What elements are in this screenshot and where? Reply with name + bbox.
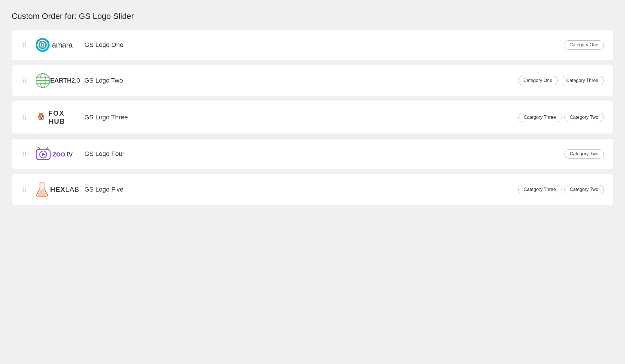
- svg-point-44: [25, 155, 26, 156]
- svg-point-38: [41, 118, 42, 119]
- drag-handle-icon[interactable]: [21, 151, 28, 157]
- svg-point-40: [25, 152, 26, 153]
- category-list: Category One Category Three: [518, 76, 604, 85]
- drag-handle-icon[interactable]: [21, 114, 28, 121]
- logo-name: GS Logo Four: [84, 150, 556, 158]
- logo-name: GS Logo Five: [84, 186, 510, 193]
- svg-point-28: [25, 117, 26, 118]
- svg-point-17: [25, 80, 26, 81]
- logo-text-zoo: zoo: [52, 150, 65, 159]
- logo-text-fox: FOX HUB: [48, 109, 76, 125]
- svg-point-1: [25, 43, 26, 44]
- category-list: Category Three Category Two: [518, 185, 604, 194]
- svg-point-10: [42, 40, 43, 41]
- logo-image: amara: [36, 38, 76, 52]
- svg-point-55: [25, 191, 26, 192]
- logo-image: FOX HUB: [36, 109, 76, 125]
- svg-point-14: [23, 78, 24, 79]
- drag-handle-icon[interactable]: [21, 42, 28, 48]
- logo-text-hexlab: HEXLAB: [50, 185, 79, 194]
- logo-image: zootv: [36, 147, 76, 161]
- svg-point-4: [23, 46, 24, 47]
- svg-point-36: [39, 116, 40, 117]
- svg-point-43: [23, 155, 24, 156]
- category-tag: Category One: [564, 40, 604, 50]
- logo-name: GS Logo Two: [84, 77, 510, 84]
- svg-point-25: [23, 115, 24, 116]
- svg-point-37: [42, 116, 43, 117]
- category-list: Category Two: [564, 149, 604, 159]
- svg-point-16: [23, 80, 24, 81]
- drag-handle-icon[interactable]: [21, 186, 28, 193]
- svg-point-50: [23, 187, 24, 188]
- logo-list: amara GS Logo One Category One: [12, 30, 613, 205]
- svg-point-12: [37, 44, 39, 46]
- svg-point-53: [25, 189, 26, 190]
- svg-point-51: [25, 187, 26, 188]
- svg-point-19: [25, 82, 26, 83]
- svg-point-3: [25, 44, 26, 46]
- logo-image: EARTH2.0: [36, 73, 76, 88]
- category-tag: Category Two: [564, 149, 604, 159]
- category-list: Category One: [564, 40, 604, 50]
- svg-point-54: [23, 191, 24, 192]
- category-list: Category Three Category Two: [518, 113, 604, 122]
- category-tag: Category Three: [518, 185, 562, 194]
- svg-point-2: [23, 44, 24, 46]
- svg-point-13: [47, 44, 48, 46]
- list-item: HEXLAB GS Logo Five Category Three Categ…: [12, 174, 613, 205]
- category-tag: Category Two: [564, 113, 604, 122]
- logo-image: HEXLAB: [36, 182, 76, 197]
- svg-point-18: [23, 82, 24, 83]
- list-item: amara GS Logo One Category One: [12, 30, 613, 60]
- category-tag: Category One: [518, 76, 558, 85]
- svg-point-9: [42, 44, 43, 46]
- page-title: Custom Order for: GS Logo Slider: [12, 12, 613, 21]
- category-tag: Category Three: [518, 113, 562, 122]
- list-item: zootv GS Logo Four Category Two: [12, 139, 613, 169]
- category-tag: Category Two: [564, 185, 604, 194]
- logo-text-earth: EARTH2.0: [50, 77, 80, 84]
- logo-name: GS Logo Three: [84, 114, 510, 121]
- svg-point-5: [25, 46, 26, 47]
- drag-handle-icon[interactable]: [21, 77, 28, 84]
- svg-point-26: [25, 115, 26, 116]
- list-item: EARTH2.0 GS Logo Two Category One Catego…: [12, 65, 613, 96]
- svg-point-11: [42, 49, 43, 50]
- category-tag: Category Three: [561, 76, 604, 85]
- svg-point-52: [23, 189, 24, 190]
- logo-name: GS Logo One: [84, 41, 556, 49]
- svg-point-41: [23, 153, 24, 154]
- logo-text-tv: tv: [67, 150, 72, 159]
- svg-marker-47: [42, 153, 46, 156]
- svg-point-42: [25, 153, 26, 154]
- svg-point-0: [23, 43, 24, 44]
- list-item: FOX HUB GS Logo Three Category Three Cat…: [12, 101, 613, 134]
- svg-point-15: [25, 78, 26, 79]
- svg-point-39: [23, 152, 24, 153]
- svg-point-27: [23, 117, 24, 118]
- logo-text-amara: amara: [52, 41, 72, 50]
- svg-point-29: [23, 119, 24, 120]
- svg-point-30: [25, 119, 26, 120]
